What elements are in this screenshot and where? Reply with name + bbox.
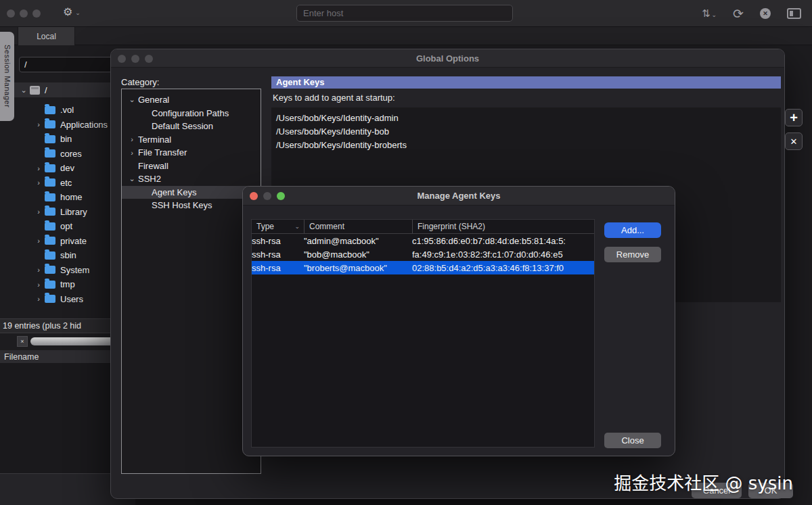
cell-type: ssh-rsa bbox=[252, 236, 304, 246]
refresh-icon: ⟳ bbox=[733, 6, 744, 22]
updown-arrows-icon: ⇅ bbox=[702, 7, 710, 20]
category-item-label: Agent Keys bbox=[152, 187, 197, 197]
column-header-type[interactable]: Type ⌄ bbox=[252, 220, 304, 233]
column-header-fingerprint[interactable]: Fingerprint (SHA2) bbox=[412, 220, 594, 233]
column-header-label: Type bbox=[256, 222, 274, 231]
toolbar-right-icons: ⇅ ⌄ ⟳ ✕ bbox=[702, 0, 801, 27]
zoom-dialog-button[interactable] bbox=[277, 192, 285, 200]
add-button[interactable]: Add... bbox=[604, 222, 661, 238]
tree-item-label: sbin bbox=[60, 250, 76, 260]
category-item-firewall[interactable]: Firewall bbox=[122, 160, 261, 173]
tab-local[interactable]: Local bbox=[18, 27, 75, 45]
folder-icon bbox=[45, 106, 55, 114]
agent-key-item[interactable]: /Users/bob/Keys/Identity-broberts bbox=[276, 139, 776, 152]
tab-bar: Local bbox=[0, 27, 812, 45]
manage-agent-keys-dialog: Manage Agent Keys Type ⌄ Comment Fingerp… bbox=[242, 186, 675, 456]
filter-clear-button[interactable]: × bbox=[17, 336, 28, 347]
folder-icon bbox=[45, 208, 55, 216]
zoom-window-button[interactable] bbox=[32, 9, 41, 18]
add-key-button[interactable]: + bbox=[785, 109, 803, 126]
disk-icon bbox=[30, 86, 40, 95]
cell-comment: "broberts@macbook" bbox=[304, 263, 412, 273]
category-item-label: Firewall bbox=[138, 161, 168, 171]
minimize-dialog-button[interactable] bbox=[263, 192, 271, 200]
folder-icon bbox=[45, 149, 55, 158]
tree-item-label: bin bbox=[60, 134, 72, 144]
watermark-text: 掘金技术社区 @ sysin bbox=[614, 469, 793, 494]
chevron-down-icon[interactable]: ⌄ bbox=[126, 95, 138, 104]
close-dialog-button[interactable] bbox=[250, 192, 258, 200]
category-item-label: Configuration Paths bbox=[152, 108, 229, 118]
key-row[interactable]: ssh-rsa "bob@macbook" fa:49:c9:1e:03:82:… bbox=[252, 247, 594, 261]
folder-icon bbox=[45, 222, 55, 231]
folder-icon bbox=[45, 178, 55, 187]
agent-keys-panel-header: Agent Keys bbox=[271, 76, 781, 89]
session-manager-label: Session Manager bbox=[3, 45, 12, 107]
chevron-right-icon[interactable]: › bbox=[32, 120, 45, 128]
manage-agent-keys-titlebar: Manage Agent Keys bbox=[243, 187, 675, 206]
chevron-right-icon[interactable]: › bbox=[32, 164, 45, 172]
tree-item-label: cores bbox=[60, 149, 82, 159]
root-label: / bbox=[45, 85, 47, 95]
remove-key-button[interactable]: ✕ bbox=[785, 133, 803, 150]
chevron-right-icon[interactable]: › bbox=[32, 266, 45, 274]
chevron-right-icon[interactable]: › bbox=[32, 208, 45, 216]
close-button[interactable]: Close bbox=[604, 433, 661, 448]
disconnect-button[interactable]: ✕ bbox=[760, 8, 771, 19]
category-item-label: SSH2 bbox=[138, 174, 161, 184]
chevron-down-icon[interactable]: ⌄ bbox=[18, 86, 30, 95]
category-item-agent-keys[interactable]: Agent Keys bbox=[122, 186, 261, 199]
minimize-window-button[interactable] bbox=[20, 9, 28, 18]
chevron-right-icon[interactable]: › bbox=[32, 295, 45, 303]
global-options-titlebar: Global Options bbox=[111, 49, 784, 68]
transfer-sort-button[interactable]: ⇅ ⌄ bbox=[702, 7, 717, 20]
category-tree: ⌄ General Configuration Paths Default Se… bbox=[122, 93, 261, 212]
column-header-comment[interactable]: Comment bbox=[304, 220, 412, 233]
folder-icon bbox=[45, 135, 55, 143]
tree-item-label: dev bbox=[60, 163, 74, 173]
refresh-button[interactable]: ⟳ bbox=[733, 6, 744, 22]
category-item-label: SSH Host Keys bbox=[152, 200, 212, 210]
chevron-right-icon[interactable]: › bbox=[126, 149, 138, 157]
tree-item-label: Applications bbox=[60, 120, 108, 130]
settings-menu-button[interactable]: ⚙ ⌄ bbox=[63, 5, 81, 18]
category-item-label: Terminal bbox=[138, 135, 171, 145]
remove-button[interactable]: Remove bbox=[604, 247, 661, 262]
chevron-right-icon[interactable]: › bbox=[126, 135, 138, 143]
cell-comment: "bob@macbook" bbox=[304, 249, 412, 260]
category-item-general[interactable]: ⌄ General bbox=[122, 93, 261, 107]
chevron-down-icon[interactable]: ⌄ bbox=[294, 223, 300, 230]
category-item-ssh2[interactable]: ⌄ SSH2 bbox=[122, 172, 261, 186]
close-dialog-button[interactable] bbox=[118, 55, 126, 63]
chevron-right-icon[interactable]: › bbox=[32, 281, 45, 289]
close-window-button[interactable] bbox=[7, 9, 15, 18]
chevron-right-icon[interactable]: › bbox=[32, 237, 45, 245]
category-item-terminal[interactable]: › Terminal bbox=[122, 133, 261, 147]
session-manager-tab[interactable]: Session Manager bbox=[0, 32, 14, 121]
folder-icon bbox=[45, 164, 55, 172]
zoom-dialog-button[interactable] bbox=[145, 55, 153, 63]
tree-item-label: tmp bbox=[60, 279, 75, 289]
key-row[interactable]: ssh-rsa "admin@macbook" c1:95:86:d6:e0:b… bbox=[252, 234, 594, 247]
tree-item-label: System bbox=[60, 265, 89, 275]
category-item-label: General bbox=[138, 95, 169, 105]
key-row-selected[interactable]: ssh-rsa "broberts@macbook" 02:88:b5:d4:a… bbox=[252, 261, 594, 274]
category-item-ssh-host-keys[interactable]: SSH Host Keys bbox=[122, 199, 261, 212]
x-icon: ✕ bbox=[763, 10, 768, 17]
cell-type: ssh-rsa bbox=[252, 263, 304, 273]
keys-table: Type ⌄ Comment Fingerprint (SHA2) ssh-rs… bbox=[251, 219, 595, 448]
category-item-file-transfer[interactable]: › File Transfer bbox=[122, 146, 261, 160]
minimize-dialog-button[interactable] bbox=[131, 55, 139, 63]
table-header-row: Type ⌄ Comment Fingerprint (SHA2) bbox=[252, 220, 594, 234]
folder-icon bbox=[45, 237, 55, 245]
tree-item-label: Library bbox=[60, 207, 87, 217]
terminal-button[interactable] bbox=[787, 8, 801, 19]
agent-key-item[interactable]: /Users/bob/Keys/Identity-admin bbox=[276, 112, 776, 125]
chevron-down-icon[interactable]: ⌄ bbox=[126, 174, 138, 183]
chevron-right-icon[interactable]: › bbox=[32, 178, 45, 187]
agent-key-item[interactable]: /Users/bob/Keys/Identity-bob bbox=[276, 125, 776, 139]
host-input[interactable] bbox=[296, 5, 513, 22]
category-item-default-session[interactable]: Default Session bbox=[122, 120, 261, 133]
chevron-down-icon: ⌄ bbox=[712, 11, 717, 18]
category-item-configuration-paths[interactable]: Configuration Paths bbox=[122, 107, 261, 120]
